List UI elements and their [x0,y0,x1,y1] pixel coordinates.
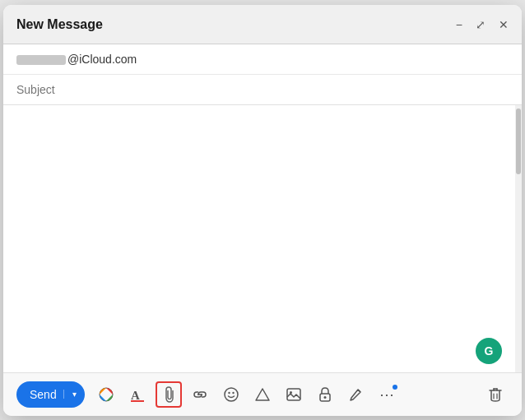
recipient-fields: @iCloud.com [3,44,522,105]
body-area: G [3,105,522,372]
drive-icon [255,387,270,402]
window-title: New Message [16,17,103,32]
grammarly-icon: G [485,344,494,358]
window-controls: − ⤢ ✕ [456,18,509,31]
body-textarea[interactable] [3,105,515,372]
send-dropdown-arrow[interactable]: ▾ [63,390,85,399]
scrollbar[interactable] [515,105,522,372]
svg-text:A: A [131,389,140,402]
minimize-button[interactable]: − [456,18,462,31]
drive-button[interactable] [249,381,276,408]
color-picker-button[interactable] [93,381,119,408]
subject-input[interactable] [16,83,509,96]
link-icon [193,389,207,400]
format-text-button[interactable]: A [124,381,151,408]
lock-icon [318,387,332,402]
notification-dot [393,385,397,390]
color-picker-icon [99,387,114,402]
attachment-icon [162,386,175,403]
svg-point-4 [225,388,238,401]
pencil-button[interactable] [343,381,369,408]
compose-window: New Message − ⤢ ✕ @iCloud.com G Send [3,5,522,416]
svg-point-11 [323,396,326,399]
emoji-button[interactable] [218,381,244,408]
attachment-button[interactable] [156,381,182,408]
trash-icon [489,387,502,402]
close-button[interactable]: ✕ [499,18,509,31]
photo-icon [286,388,301,401]
svg-marker-7 [256,389,269,400]
svg-point-5 [228,391,230,393]
subject-row[interactable] [3,75,522,104]
lock-button[interactable] [312,381,338,408]
photo-button[interactable] [281,381,307,408]
send-label: Send [30,388,63,401]
format-text-icon: A [130,387,145,402]
pencil-icon [349,387,364,402]
trash-button[interactable] [482,381,509,408]
link-button[interactable] [187,381,213,408]
title-bar: New Message − ⤢ ✕ [3,5,522,44]
compose-toolbar: Send ▾ A [3,372,522,416]
scrollbar-thumb [516,108,521,174]
to-value[interactable]: @iCloud.com [16,53,509,66]
emoji-icon [224,387,239,402]
more-button[interactable]: ⋯ [374,381,401,408]
to-row: @iCloud.com [3,44,522,75]
redacted-email [16,55,66,65]
grammarly-button[interactable]: G [476,338,502,364]
expand-button[interactable]: ⤢ [476,18,486,31]
svg-point-6 [232,391,234,393]
send-button[interactable]: Send ▾ [16,381,85,408]
